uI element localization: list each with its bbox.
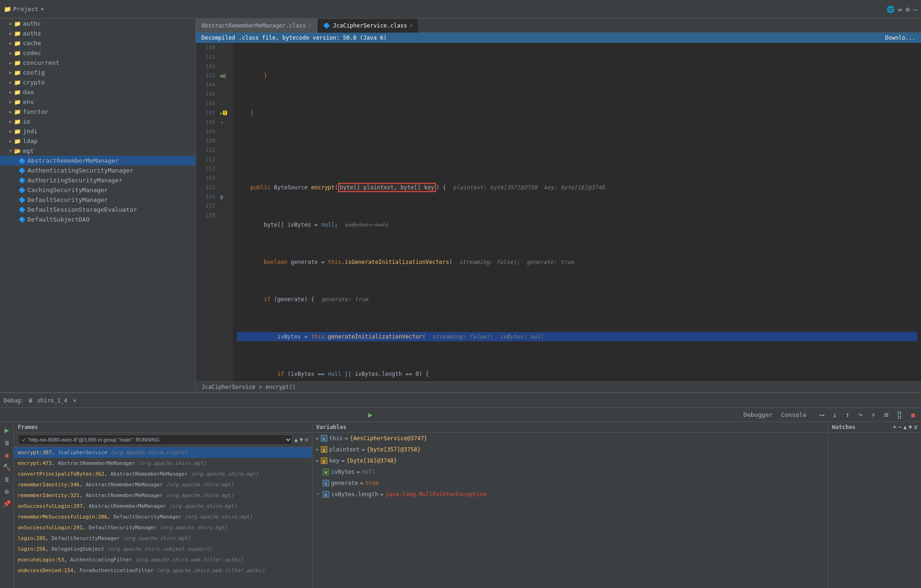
sidebar-item-config[interactable]: ▶ 📁 config bbox=[0, 68, 195, 77]
expand-arrow[interactable]: ▶ bbox=[316, 434, 319, 443]
minimize-icon[interactable]: — bbox=[914, 6, 917, 13]
frame-method: encrypt:307, bbox=[18, 450, 58, 456]
sidebar-item-codec[interactable]: ▶ 📁 codec bbox=[0, 48, 195, 58]
evaluate-icon[interactable]: ⚡ bbox=[869, 409, 878, 420]
sidebar-item-jndi[interactable]: ▶ 📁 jndi bbox=[0, 126, 195, 136]
sidebar-item-label: cache bbox=[23, 40, 41, 47]
sidebar-item-DefaultSecurityManager[interactable]: 🔷 DefaultSecurityManager bbox=[0, 195, 195, 205]
frame-item-2[interactable]: convertPrincipalsToBytes:362, AbstractRe… bbox=[14, 469, 312, 479]
console-tab[interactable]: Console bbox=[779, 410, 809, 419]
project-section[interactable]: 📁 Project ▾ bbox=[4, 6, 44, 13]
var-item-this[interactable]: ▶ c this = {AesCipherService@3747} bbox=[312, 433, 828, 444]
sidebar-item-authc[interactable]: ▶ 📁 authc bbox=[0, 19, 195, 28]
sidebar-item-env[interactable]: ▶ 📁 env bbox=[0, 97, 195, 107]
code-content[interactable]: } } public ByteSource encrypt(byte[] pla… bbox=[233, 43, 921, 381]
close-tab-button[interactable]: × bbox=[309, 23, 312, 28]
sidebar-item-authz[interactable]: ▶ 📁 authz bbox=[0, 28, 195, 38]
frame-item-7[interactable]: onSuccessfulLogin:291, DefaultSecurityMa… bbox=[14, 522, 312, 533]
download-link[interactable]: Downlo... bbox=[885, 35, 915, 41]
sidebar-item-functor[interactable]: ▶ 📁 functor bbox=[0, 107, 195, 117]
step-out-icon[interactable]: ↑ bbox=[844, 409, 852, 420]
frame-item-5[interactable]: onSuccessfulLogin:297, AbstractRememberM… bbox=[14, 501, 312, 512]
sidebar-item-AbstractRememberMeManager[interactable]: 🔷 AbstractRememberMeManager bbox=[0, 156, 195, 166]
tab-JcaCipherService[interactable]: 🔷 JcaCipherService.class × bbox=[318, 19, 419, 33]
sidebar-item-concurrent[interactable]: ▶ 📁 concurrent bbox=[0, 58, 195, 68]
remove-watch-button[interactable]: − bbox=[898, 424, 901, 430]
sidebar-item-CachingSecurityManager[interactable]: 🔷 CachingSecurityManager bbox=[0, 185, 195, 195]
frame-item-4[interactable]: rememberIdentity:321, AbstractRememberMe… bbox=[14, 490, 312, 501]
sidebar-item-AuthenticatingSecurityManager[interactable]: 🔷 AuthenticatingSecurityManager bbox=[0, 166, 195, 175]
sidebar-item-AuthorizingSecurityManager[interactable]: 🔷 AuthorizingSecurityManager bbox=[0, 175, 195, 185]
folder-icon: 📁 bbox=[14, 60, 21, 66]
run-to-cursor-icon[interactable]: ↷ bbox=[856, 409, 865, 420]
pause-icon[interactable]: ⏸ bbox=[0, 437, 14, 449]
code-editor-area[interactable]: 140 141 142 143 144 145 146 147 148 149 … bbox=[196, 43, 921, 381]
breadcrumb-bar: JcaCipherService > encrypt() bbox=[196, 381, 921, 392]
code-text: if (ivBytes == null || ivBytes.length ==… bbox=[237, 369, 429, 379]
watches-nav-up[interactable]: ▲ bbox=[903, 424, 907, 430]
build-icon[interactable]: 🔨 bbox=[0, 462, 14, 473]
folder-icon: 📁 bbox=[14, 50, 21, 56]
thread-nav-down[interactable]: ▼ bbox=[300, 436, 303, 443]
stop-icon[interactable]: ◼ bbox=[0, 450, 14, 461]
frames-icon[interactable]: ≡ bbox=[882, 409, 891, 420]
debug-close-button[interactable]: × bbox=[73, 397, 76, 404]
pin-icon[interactable]: 📌 bbox=[0, 498, 14, 509]
watches-settings-icon[interactable]: ≡ bbox=[914, 424, 917, 430]
sidebar-item-crypto[interactable]: ▶ 📁 crypto bbox=[0, 77, 195, 87]
sidebar-item-dao[interactable]: ▶ 📁 dao bbox=[0, 87, 195, 97]
settings-icon[interactable]: ⚙ bbox=[906, 6, 909, 13]
var-item-key[interactable]: ▶ p key = {byte[16]@3748} bbox=[312, 455, 828, 466]
frame-item-3[interactable]: rememberIdentity:346, AbstractRememberMe… bbox=[14, 479, 312, 490]
play-icon[interactable]: ▶ bbox=[0, 424, 14, 436]
sidebar-item-DefaultSubjectDAO[interactable]: 🔷 DefaultSubjectDAO bbox=[0, 214, 195, 224]
swap-icon[interactable]: ⇌ bbox=[898, 6, 902, 13]
expand-arrow[interactable]: ▶ bbox=[316, 457, 319, 465]
step-into-icon[interactable]: ↓ bbox=[831, 409, 839, 420]
folder-icon: 📁 bbox=[14, 69, 21, 76]
code-line-145: boolean generate = this.isGenerateInitia… bbox=[237, 257, 917, 267]
sidebar-item-ldap[interactable]: ▶ 📁 ldap bbox=[0, 136, 195, 146]
code-line-148: if (ivBytes == null || ivBytes.length ==… bbox=[237, 369, 917, 379]
thread-filter-icon[interactable]: ⊘ bbox=[305, 436, 308, 443]
step-over-icon[interactable]: ⟶ bbox=[818, 409, 826, 420]
line-num-140: 140 bbox=[200, 43, 215, 52]
threads-icon[interactable]: ⣿ bbox=[895, 409, 904, 420]
structure-icon[interactable]: ≣ bbox=[0, 474, 14, 485]
frame-item-0[interactable]: encrypt:307, JcaCipherService (org.apach… bbox=[14, 447, 312, 458]
frame-item-10[interactable]: executeLogin:53, AuthenticatingFilter (o… bbox=[14, 554, 312, 565]
settings-icon[interactable]: ⚙ bbox=[0, 486, 14, 497]
folder-icon: 📁 bbox=[14, 118, 21, 125]
var-item-ivbytes[interactable]: ≡ ivBytes = null bbox=[312, 466, 828, 477]
var-item-ivbytes-length[interactable]: ∞ c ivBytes.length = java.lang.NullPoint… bbox=[312, 489, 828, 500]
frame-item-6[interactable]: rememberMeSuccessfulLogin:206, DefaultSe… bbox=[14, 512, 312, 522]
stop-button[interactable]: ◼ bbox=[909, 409, 917, 420]
frame-item-1[interactable]: encrypt:473, AbstractRememberMeManager (… bbox=[14, 458, 312, 469]
sidebar-item-mgt[interactable]: ▼ 📂 mgt bbox=[0, 146, 195, 156]
var-item-plaintext[interactable]: ▶ p plaintext = {byte[357]@3758} bbox=[312, 444, 828, 455]
tab-label: JcaCipherService.class bbox=[333, 22, 407, 29]
var-item-generate[interactable]: c generate = true bbox=[312, 477, 828, 489]
frame-item-11[interactable]: onAccessDenied:154, FormAuthenticationFi… bbox=[14, 565, 312, 576]
resume-button[interactable]: ▶ bbox=[4, 409, 737, 420]
thread-dropdown[interactable]: ✓ "http-nio-8080-exec-8"@3,695 in group … bbox=[18, 435, 292, 445]
debugger-tab[interactable]: Debugger bbox=[741, 410, 775, 419]
frame-method: onSuccessfulLogin:297, bbox=[18, 503, 89, 509]
watches-nav-down[interactable]: ▼ bbox=[909, 424, 912, 430]
collapse-arrow: ▶ bbox=[9, 99, 12, 104]
sidebar-item-cache[interactable]: ▶ 📁 cache bbox=[0, 38, 195, 48]
frame-item-8[interactable]: login:285, DefaultSecurityManager (org.a… bbox=[14, 533, 312, 544]
tab-AbstractRememberMeManager[interactable]: AbstractRememberMeManager.class × bbox=[196, 19, 318, 33]
thread-nav-up[interactable]: ▲ bbox=[294, 436, 298, 443]
frames-panel: Frames ✓ "http-nio-8080-exec-8"@3,695 in… bbox=[14, 422, 312, 588]
sidebar-item-DefaultSessionStorageEvaluator[interactable]: 🔷 DefaultSessionStorageEvaluator bbox=[0, 205, 195, 214]
add-watch-button[interactable]: + bbox=[893, 424, 896, 430]
close-tab-button[interactable]: × bbox=[410, 23, 413, 28]
sidebar-item-label: crypto bbox=[23, 79, 45, 86]
expand-arrow[interactable]: ▶ bbox=[316, 445, 319, 454]
line-num-156: 156 bbox=[200, 192, 215, 201]
frame-class: DefaultSecurityManager bbox=[89, 525, 159, 531]
frame-item-9[interactable]: login:256, DelegatingSubject (org.apache… bbox=[14, 544, 312, 554]
globe-icon[interactable]: 🌐 bbox=[886, 6, 894, 13]
sidebar-item-io[interactable]: ▶ 📁 io bbox=[0, 117, 195, 126]
